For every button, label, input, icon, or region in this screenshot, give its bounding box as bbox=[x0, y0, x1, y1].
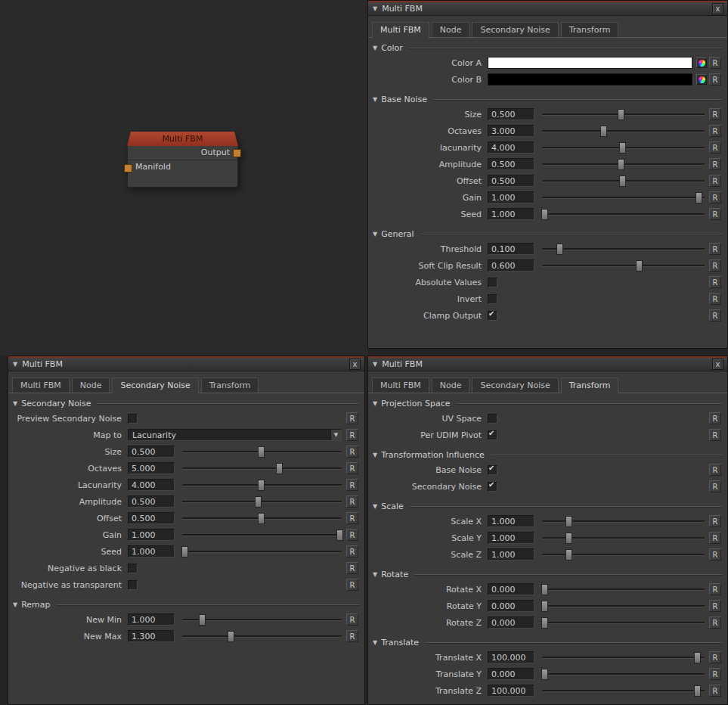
reset-button[interactable]: R bbox=[709, 480, 721, 492]
reset-button[interactable]: R bbox=[709, 208, 721, 220]
value-input[interactable] bbox=[128, 512, 175, 524]
collapse-triangle-icon[interactable]: ▼ bbox=[373, 361, 377, 368]
tab-secondary-noise[interactable]: Secondary Noise bbox=[472, 377, 558, 393]
checkbox[interactable] bbox=[488, 294, 497, 304]
collapse-triangle-icon[interactable]: ▼ bbox=[13, 361, 17, 368]
slider-handle[interactable] bbox=[541, 669, 548, 680]
reset-button[interactable]: R bbox=[709, 158, 721, 170]
reset-button[interactable]: R bbox=[709, 141, 721, 154]
value-input[interactable] bbox=[488, 243, 534, 255]
value-input[interactable] bbox=[488, 259, 534, 272]
slider-handle[interactable] bbox=[695, 192, 702, 203]
slider[interactable] bbox=[542, 513, 705, 530]
reset-button[interactable]: R bbox=[709, 191, 721, 203]
slider[interactable] bbox=[542, 189, 705, 206]
reset-button[interactable]: R bbox=[709, 429, 721, 441]
slider[interactable] bbox=[182, 460, 342, 477]
section-header[interactable]: ▼Projection Space bbox=[368, 396, 727, 410]
tab-multi-fbm[interactable]: Multi FBM bbox=[372, 22, 429, 38]
value-input[interactable] bbox=[488, 191, 534, 203]
reset-button[interactable]: R bbox=[346, 630, 358, 642]
slider-handle[interactable] bbox=[276, 463, 283, 474]
value-input[interactable] bbox=[488, 548, 534, 561]
reset-button[interactable]: R bbox=[709, 600, 721, 612]
slider-handle[interactable] bbox=[556, 244, 563, 255]
tab-node[interactable]: Node bbox=[432, 377, 470, 393]
slider-handle[interactable] bbox=[541, 617, 548, 629]
slider[interactable] bbox=[182, 443, 342, 460]
reset-button[interactable]: R bbox=[709, 515, 721, 527]
slider[interactable] bbox=[542, 530, 705, 546]
input-connector[interactable] bbox=[124, 164, 132, 172]
reset-button[interactable]: R bbox=[346, 495, 358, 508]
value-input[interactable] bbox=[488, 125, 534, 137]
value-input[interactable] bbox=[128, 529, 175, 541]
tab-multi-fbm[interactable]: Multi FBM bbox=[12, 377, 70, 393]
reset-button[interactable]: R bbox=[709, 73, 721, 85]
section-header[interactable]: ▼Transformation Influence bbox=[368, 448, 727, 461]
reset-button[interactable]: R bbox=[346, 529, 358, 541]
value-input[interactable] bbox=[128, 495, 175, 508]
slider[interactable] bbox=[542, 581, 705, 598]
color-swatch[interactable] bbox=[488, 57, 692, 69]
slider[interactable] bbox=[542, 106, 705, 123]
reset-button[interactable]: R bbox=[709, 108, 721, 120]
slider[interactable] bbox=[542, 139, 705, 156]
slider[interactable] bbox=[182, 543, 342, 560]
slider-handle[interactable] bbox=[619, 142, 626, 154]
color-picker-button[interactable] bbox=[696, 74, 707, 85]
tab-transform[interactable]: Transform bbox=[561, 377, 619, 393]
panel-titlebar[interactable]: ▼ Multi FBM x bbox=[8, 358, 364, 371]
slider-handle[interactable] bbox=[565, 549, 572, 561]
slider[interactable] bbox=[182, 526, 342, 543]
panel-titlebar[interactable]: ▼ Multi FBM x bbox=[368, 2, 727, 16]
slider-handle[interactable] bbox=[255, 496, 262, 508]
slider[interactable] bbox=[542, 598, 705, 614]
reset-button[interactable]: R bbox=[709, 616, 721, 629]
value-input[interactable] bbox=[488, 158, 534, 170]
checkbox[interactable] bbox=[128, 564, 138, 573]
checkbox[interactable] bbox=[488, 278, 497, 287]
tab-node[interactable]: Node bbox=[432, 22, 470, 37]
checkbox[interactable] bbox=[488, 414, 497, 424]
slider[interactable] bbox=[182, 628, 342, 644]
reset-button[interactable]: R bbox=[346, 462, 358, 474]
slider[interactable] bbox=[542, 546, 705, 563]
section-header[interactable]: ▼Translate bbox=[368, 635, 727, 649]
value-input[interactable] bbox=[488, 175, 534, 187]
tab-node[interactable]: Node bbox=[72, 377, 110, 393]
reset-button[interactable]: R bbox=[346, 545, 358, 557]
section-header[interactable]: ▼Color bbox=[368, 41, 727, 54]
dropdown[interactable]: Lacunarity▼ bbox=[128, 429, 342, 441]
tab-secondary-noise[interactable]: Secondary Noise bbox=[112, 377, 198, 393]
value-input[interactable] bbox=[488, 141, 534, 154]
reset-button[interactable]: R bbox=[709, 243, 721, 255]
slider-handle[interactable] bbox=[228, 631, 234, 642]
tab-transform[interactable]: Transform bbox=[561, 22, 619, 37]
slider[interactable] bbox=[542, 666, 705, 682]
slider-handle[interactable] bbox=[181, 546, 188, 557]
tab-multi-fbm[interactable]: Multi FBM bbox=[372, 377, 429, 393]
slider[interactable] bbox=[542, 123, 705, 139]
slider[interactable] bbox=[182, 611, 342, 628]
close-button[interactable]: x bbox=[712, 3, 723, 14]
reset-button[interactable]: R bbox=[346, 579, 358, 591]
value-input[interactable] bbox=[128, 446, 175, 458]
reset-button[interactable]: R bbox=[709, 464, 721, 476]
close-button[interactable]: x bbox=[349, 359, 361, 370]
value-input[interactable] bbox=[488, 108, 534, 120]
section-header[interactable]: ▼General bbox=[368, 227, 727, 241]
slider-handle[interactable] bbox=[618, 109, 624, 120]
slider[interactable] bbox=[182, 510, 342, 526]
slider[interactable] bbox=[182, 493, 342, 510]
slider-handle[interactable] bbox=[258, 446, 265, 458]
section-header[interactable]: ▼Base Noise bbox=[368, 92, 727, 106]
checkbox[interactable]: ✔ bbox=[488, 465, 497, 475]
reset-button[interactable]: R bbox=[709, 309, 721, 321]
value-input[interactable] bbox=[128, 613, 175, 626]
slider-handle[interactable] bbox=[618, 159, 624, 170]
slider[interactable] bbox=[542, 241, 705, 257]
reset-button[interactable]: R bbox=[709, 276, 721, 288]
checkbox[interactable] bbox=[128, 414, 138, 424]
panel-titlebar[interactable]: ▼ Multi FBM x bbox=[368, 358, 727, 371]
